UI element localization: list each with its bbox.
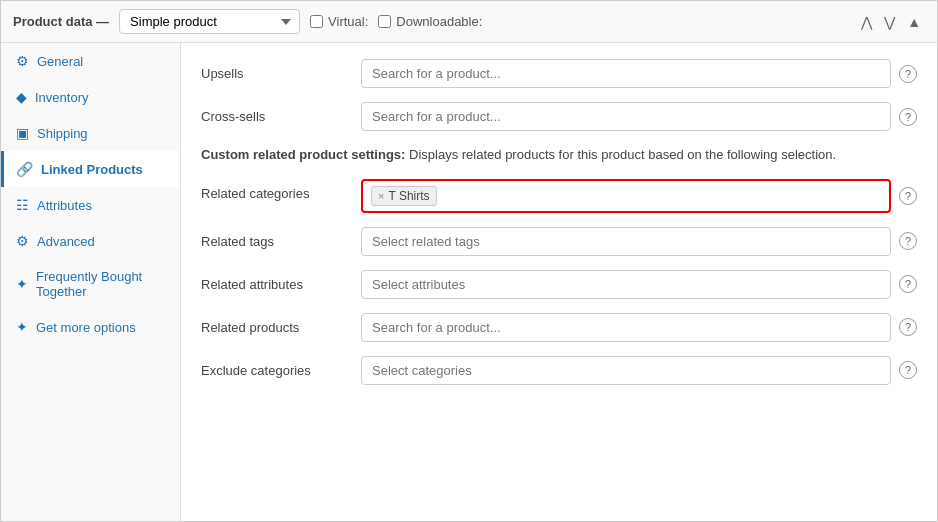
- related-attributes-help-icon[interactable]: ?: [899, 275, 917, 293]
- sidebar-item-shipping[interactable]: ▣ Shipping: [1, 115, 180, 151]
- related-categories-row: Related categories × T Shirts ?: [201, 179, 917, 213]
- cross-sells-input-wrap: ?: [361, 102, 917, 131]
- downloadable-checkbox[interactable]: [378, 15, 391, 28]
- related-attributes-label: Related attributes: [201, 270, 361, 292]
- virtual-checkbox[interactable]: [310, 15, 323, 28]
- sidebar-item-linked-products[interactable]: 🔗 Linked Products: [1, 151, 180, 187]
- sidebar-item-get-more-options[interactable]: ✦ Get more options: [1, 309, 180, 345]
- related-categories-input-wrap: × T Shirts ?: [361, 179, 917, 213]
- upsells-input[interactable]: [361, 59, 891, 88]
- tag-chip-remove[interactable]: ×: [378, 190, 384, 202]
- sidebar-item-label-inventory: Inventory: [35, 90, 88, 105]
- notice-rest: Displays related products for this produ…: [405, 147, 836, 162]
- tag-chip-label: T Shirts: [388, 189, 429, 203]
- related-tags-help-icon[interactable]: ?: [899, 232, 917, 250]
- sidebar-item-label-frequently-bought: Frequently Bought Together: [36, 269, 168, 299]
- downloadable-label: Downloadable:: [396, 14, 482, 29]
- upsells-row: Upsells ?: [201, 59, 917, 88]
- sidebar-item-label-advanced: Advanced: [37, 234, 95, 249]
- product-data-label: Product data —: [13, 14, 109, 29]
- exclude-categories-label: Exclude categories: [201, 356, 361, 378]
- notice-bold: Custom related product settings:: [201, 147, 405, 162]
- related-tags-input[interactable]: [361, 227, 891, 256]
- related-attributes-input-wrap: ?: [361, 270, 917, 299]
- related-tags-label: Related tags: [201, 227, 361, 249]
- arrow-up-button[interactable]: ⋀: [857, 12, 876, 32]
- product-type-select[interactable]: Simple product Variable product Grouped …: [119, 9, 300, 34]
- related-categories-help-icon[interactable]: ?: [899, 187, 917, 205]
- cross-sells-row: Cross-sells ?: [201, 102, 917, 131]
- sidebar-item-attributes[interactable]: ☷ Attributes: [1, 187, 180, 223]
- related-products-label: Related products: [201, 313, 361, 335]
- attributes-icon: ☷: [16, 197, 29, 213]
- sidebar-item-frequently-bought[interactable]: ✦ Frequently Bought Together: [1, 259, 180, 309]
- tag-chip-tshirts: × T Shirts: [371, 186, 437, 206]
- related-products-help-icon[interactable]: ?: [899, 318, 917, 336]
- sidebar-item-general[interactable]: ⚙ General: [1, 43, 180, 79]
- inventory-icon: ◆: [16, 89, 27, 105]
- related-tags-input-wrap: ?: [361, 227, 917, 256]
- get-more-options-icon: ✦: [16, 319, 28, 335]
- virtual-checkbox-label: Virtual:: [310, 14, 368, 29]
- general-icon: ⚙: [16, 53, 29, 69]
- sidebar-item-label-shipping: Shipping: [37, 126, 88, 141]
- main-layout: ⚙ General ◆ Inventory ▣ Shipping 🔗 Linke…: [1, 43, 937, 521]
- virtual-label: Virtual:: [328, 14, 368, 29]
- frequently-bought-icon: ✦: [16, 276, 28, 292]
- cross-sells-help-icon[interactable]: ?: [899, 108, 917, 126]
- related-tags-row: Related tags ?: [201, 227, 917, 256]
- header-arrows: ⋀ ⋁ ▲: [857, 12, 925, 32]
- product-data-container: Product data — Simple product Variable p…: [0, 0, 938, 522]
- product-data-header: Product data — Simple product Variable p…: [1, 1, 937, 43]
- linked-products-icon: 🔗: [16, 161, 33, 177]
- arrow-down-button[interactable]: ⋁: [880, 12, 899, 32]
- sidebar-item-label-linked-products: Linked Products: [41, 162, 143, 177]
- sidebar-item-inventory[interactable]: ◆ Inventory: [1, 79, 180, 115]
- exclude-categories-help-icon[interactable]: ?: [899, 361, 917, 379]
- exclude-categories-input-wrap: ?: [361, 356, 917, 385]
- upsells-label: Upsells: [201, 59, 361, 81]
- upsells-input-wrap: ?: [361, 59, 917, 88]
- sidebar-item-label-get-more: Get more options: [36, 320, 136, 335]
- advanced-icon: ⚙: [16, 233, 29, 249]
- related-products-input[interactable]: [361, 313, 891, 342]
- related-products-row: Related products ?: [201, 313, 917, 342]
- sidebar: ⚙ General ◆ Inventory ▣ Shipping 🔗 Linke…: [1, 43, 181, 521]
- related-products-input-wrap: ?: [361, 313, 917, 342]
- related-attributes-input[interactable]: [361, 270, 891, 299]
- cross-sells-input[interactable]: [361, 102, 891, 131]
- sidebar-item-label-attributes: Attributes: [37, 198, 92, 213]
- shipping-icon: ▣: [16, 125, 29, 141]
- related-categories-box[interactable]: × T Shirts: [361, 179, 891, 213]
- custom-related-notice: Custom related product settings: Display…: [201, 145, 917, 165]
- related-categories-label: Related categories: [201, 179, 361, 201]
- upsells-help-icon[interactable]: ?: [899, 65, 917, 83]
- collapse-button[interactable]: ▲: [903, 12, 925, 32]
- cross-sells-label: Cross-sells: [201, 102, 361, 124]
- content-area: Upsells ? Cross-sells ? Custom related p…: [181, 43, 937, 521]
- related-attributes-row: Related attributes ?: [201, 270, 917, 299]
- exclude-categories-input[interactable]: [361, 356, 891, 385]
- downloadable-checkbox-label: Downloadable:: [378, 14, 482, 29]
- exclude-categories-row: Exclude categories ?: [201, 356, 917, 385]
- sidebar-item-advanced[interactable]: ⚙ Advanced: [1, 223, 180, 259]
- sidebar-item-label-general: General: [37, 54, 83, 69]
